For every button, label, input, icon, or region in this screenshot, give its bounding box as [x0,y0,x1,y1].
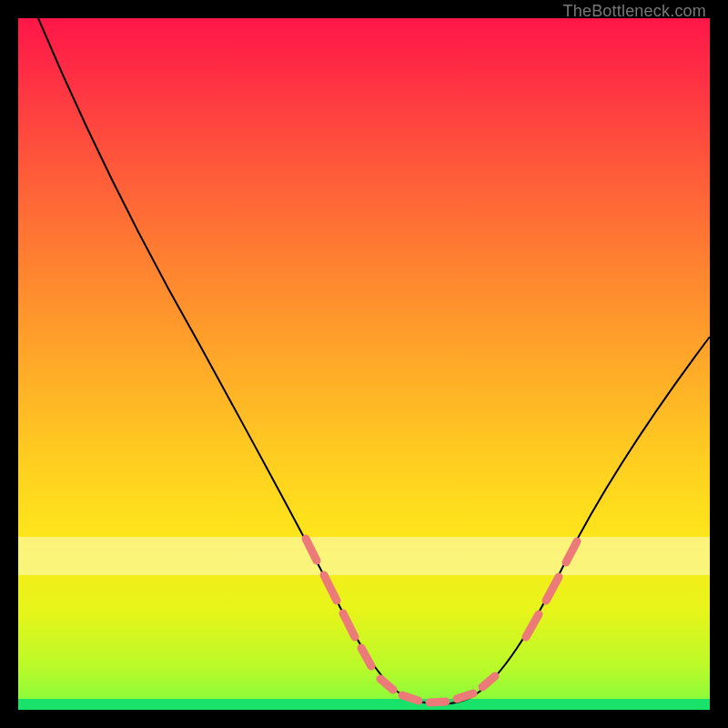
bottleneck-curve [38,18,710,704]
left-descent-dash [306,539,371,666]
valley-dash [380,676,495,703]
watermark-text: TheBottleneck.com [563,2,706,21]
right-ascent-dash [526,541,577,637]
curve-layer [18,18,710,710]
chart-frame: TheBottleneck.com [0,0,728,728]
plot-area [18,18,710,710]
